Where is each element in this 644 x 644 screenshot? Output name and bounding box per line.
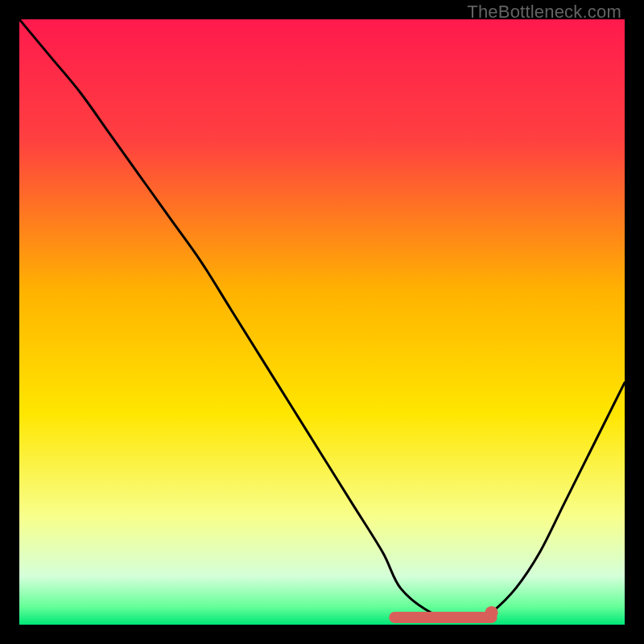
marker-dot <box>485 606 498 619</box>
chart-svg <box>19 19 625 625</box>
gradient-background <box>19 19 625 625</box>
chart-frame <box>19 19 625 625</box>
